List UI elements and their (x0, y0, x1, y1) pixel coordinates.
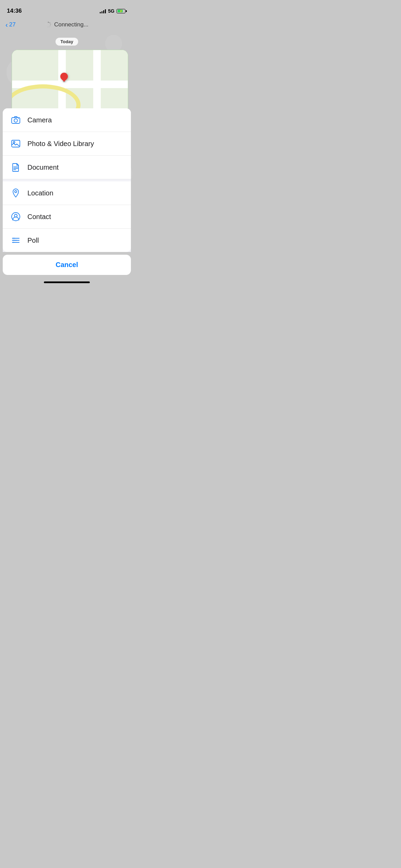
battery-body: ⚡ (117, 9, 125, 13)
document-icon (10, 161, 22, 173)
svg-point-6 (46, 25, 47, 26)
document-label: Document (27, 164, 59, 171)
bottom-sheet: Camera Photo & Video Library (0, 108, 134, 289)
svg-point-18 (14, 214, 17, 217)
nav-bar: ‹ 27 Connecting... (0, 17, 134, 32)
map-pin (60, 73, 68, 82)
battery-tip (126, 10, 127, 12)
svg-point-0 (48, 22, 49, 23)
battery: ⚡ (117, 9, 127, 13)
location-icon (10, 187, 22, 199)
signal-bar-1 (100, 12, 101, 13)
connecting-label: Connecting... (54, 21, 88, 28)
svg-point-9 (14, 119, 17, 122)
cancel-label: Cancel (56, 261, 78, 268)
status-bar: 14:36 5G ⚡ (0, 0, 134, 17)
action-sheet: Camera Photo & Video Library (3, 108, 131, 252)
today-badge: Today (0, 38, 134, 46)
svg-rect-24 (12, 242, 14, 243)
camera-icon (10, 114, 22, 126)
battery-bolt-icon: ⚡ (119, 10, 123, 13)
cancel-button[interactable]: Cancel (3, 255, 131, 275)
photo-icon (10, 137, 22, 150)
signal-bar-3 (103, 10, 104, 13)
svg-point-1 (49, 22, 50, 23)
spinner-icon (45, 22, 51, 28)
poll-label: Poll (27, 237, 39, 244)
action-item-contact[interactable]: Contact (3, 205, 131, 229)
svg-point-3 (50, 25, 51, 26)
location-label: Location (27, 189, 53, 197)
svg-point-4 (49, 26, 50, 27)
back-label: 27 (9, 21, 16, 28)
home-indicator (0, 278, 134, 289)
svg-rect-22 (12, 238, 15, 239)
signal-bar-4 (105, 9, 106, 13)
action-sheet-items: Camera Photo & Video Library (3, 108, 131, 252)
contact-icon (10, 210, 22, 223)
signal-bar-2 (101, 11, 102, 13)
nav-back-button[interactable]: ‹ 27 (5, 21, 16, 29)
svg-point-2 (50, 24, 51, 25)
svg-point-7 (46, 24, 47, 25)
status-right: 5G ⚡ (100, 8, 127, 14)
contact-label: Contact (27, 213, 51, 221)
network-label: 5G (108, 8, 114, 14)
today-label: Today (56, 38, 78, 46)
action-item-camera[interactable]: Camera (3, 108, 131, 132)
poll-icon (10, 234, 22, 246)
nav-title: Connecting... (45, 21, 88, 28)
svg-rect-23 (12, 240, 17, 241)
camera-label: Camera (27, 116, 52, 124)
action-item-document[interactable]: Document (3, 156, 131, 179)
svg-point-5 (47, 26, 48, 27)
svg-point-10 (18, 118, 19, 119)
back-chevron-icon: ‹ (5, 21, 8, 29)
status-time: 14:36 (7, 8, 22, 14)
map-pin-head (59, 71, 70, 82)
svg-point-12 (13, 142, 15, 143)
action-item-photo-video[interactable]: Photo & Video Library (3, 132, 131, 156)
battery-fill: ⚡ (118, 10, 123, 12)
home-bar (44, 281, 90, 283)
signal-bars (100, 9, 106, 13)
photo-video-label: Photo & Video Library (27, 140, 94, 148)
svg-point-16 (15, 191, 17, 193)
action-item-location[interactable]: Location (3, 179, 131, 205)
action-item-poll[interactable]: Poll (3, 229, 131, 252)
